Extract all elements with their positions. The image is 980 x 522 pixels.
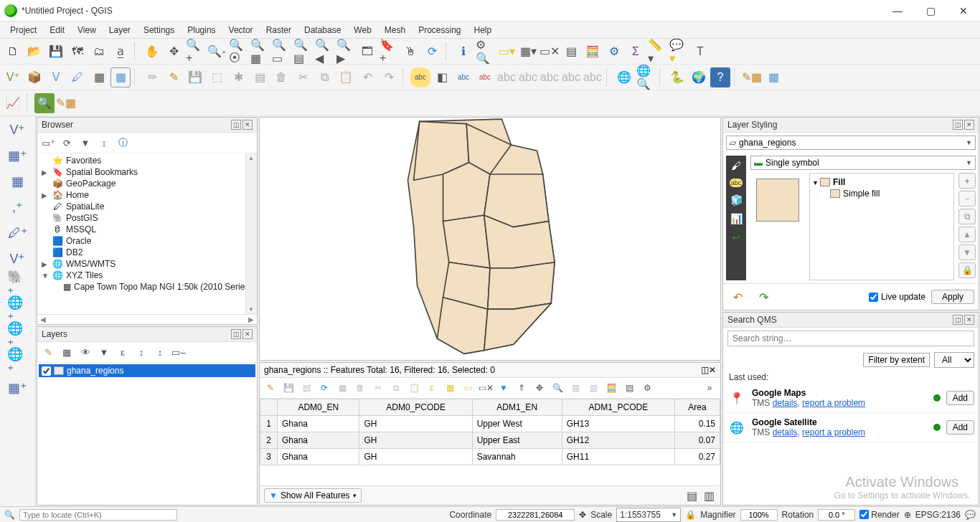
add-service-button[interactable]: Add	[946, 420, 974, 435]
label-move-icon[interactable]: abc	[518, 67, 538, 87]
extents-icon[interactable]: ✥	[579, 510, 586, 520]
label-prop-icon[interactable]: abc	[583, 67, 603, 87]
open-project-icon[interactable]: 📂	[24, 42, 44, 62]
col-adm0-en[interactable]: ADM0_EN	[278, 399, 359, 416]
symbol-tree[interactable]: ▾Fill Simple fill	[809, 173, 954, 280]
attr-cond-format-icon[interactable]: ▤	[621, 380, 637, 396]
col-adm1-en[interactable]: ADM1_EN	[472, 399, 562, 416]
abc-label-icon[interactable]: abc	[410, 67, 430, 87]
browser-item[interactable]: ▦Cape Town Topo Map NGI 1:50k (2010 Seri…	[40, 281, 242, 293]
browser-filter-icon[interactable]: ▼	[77, 135, 93, 151]
details-link[interactable]: details	[773, 398, 798, 408]
osm-icon[interactable]: 🌍	[689, 67, 709, 87]
col-adm0-pcode[interactable]: ADM0_PCODE	[359, 399, 472, 416]
styling-undo-icon[interactable]: ↶	[727, 287, 748, 307]
new-spatialite-icon[interactable]: 🖊	[67, 67, 88, 87]
rotation-input[interactable]	[818, 509, 855, 521]
attr-zoom-to-icon[interactable]: 🔍	[550, 380, 565, 396]
3d-tab-icon[interactable]: 🧊	[730, 194, 743, 206]
menu-web[interactable]: Web	[348, 24, 377, 37]
layer-row-ghana-regions[interactable]: ghana_regions	[39, 364, 255, 377]
qms-dock-icon[interactable]: ◫	[953, 315, 963, 325]
select-features-icon[interactable]: ▭▾	[496, 42, 517, 62]
add-wms-icon[interactable]: 🌐⁺	[7, 300, 29, 321]
crs-icon[interactable]: ⊕	[904, 510, 911, 520]
redo-icon[interactable]: ↷	[379, 67, 399, 87]
browser-dock-icon[interactable]: ◫	[231, 120, 241, 130]
add-vector-layer-icon[interactable]: V⁺	[7, 119, 29, 141]
browser-item[interactable]: 🟦Oracle	[40, 235, 242, 247]
maximize-button[interactable]: ▢	[914, 0, 947, 22]
attr-paste-icon[interactable]: 📋	[406, 380, 422, 396]
layers-style-icon[interactable]: ✎	[40, 344, 56, 360]
toolbox-icon[interactable]: ⚙	[604, 42, 624, 62]
magnifier-input[interactable]	[740, 509, 778, 521]
col-area[interactable]: Area	[674, 399, 720, 416]
attr-pan-to-icon[interactable]: ✥	[532, 380, 547, 396]
render-checkbox[interactable]: Render	[859, 510, 899, 520]
browser-add-icon[interactable]: ▭⁺	[40, 135, 56, 151]
delete-selected-icon[interactable]: 🗑	[271, 67, 291, 87]
details-link[interactable]: details	[773, 427, 798, 437]
menu-settings[interactable]: Settings	[138, 24, 180, 37]
attr-edit-icon[interactable]: ✎	[263, 380, 278, 396]
add-service-button[interactable]: Add	[946, 391, 974, 405]
remove-symbol-button[interactable]: －	[958, 191, 976, 207]
attr-dock-icon[interactable]: ◫	[701, 365, 709, 375]
symbology-tab-icon[interactable]: 🖌	[731, 160, 741, 171]
diagram-icon[interactable]: ◧	[432, 67, 452, 87]
show-all-features-button[interactable]: ▼ Show All Features ▾	[264, 488, 362, 503]
browser-scrollbar[interactable]	[245, 153, 257, 314]
browser-tree[interactable]: ⭐Favorites▶🔖Spatial Bookmarks📦GeoPackage…	[37, 153, 245, 314]
lock-icon[interactable]: 🔒	[685, 510, 696, 520]
layers-add-group-icon[interactable]: ▦	[59, 344, 75, 360]
map-tips-icon[interactable]: 💬▾	[669, 42, 689, 62]
cut-icon[interactable]: ✂	[293, 67, 313, 87]
label-change-icon[interactable]: abc	[561, 67, 581, 87]
layers-visibility-icon[interactable]: 👁	[77, 344, 93, 360]
browser-item[interactable]: 🖊SpatiaLite	[40, 201, 242, 212]
attr-copy-icon[interactable]: ⧉	[388, 380, 404, 396]
layers-expr-icon[interactable]: ε	[115, 344, 131, 360]
report-link[interactable]: report a problem	[802, 398, 865, 408]
menu-edit[interactable]: Edit	[44, 24, 70, 37]
epsg-label[interactable]: EPSG:2136	[915, 510, 961, 520]
attr-actions-icon[interactable]: ⚙	[639, 380, 655, 396]
lock-symbol-button[interactable]: ▲	[958, 227, 976, 242]
add-virtual-icon[interactable]: V⁺	[7, 248, 29, 270]
attr-saveedits-icon[interactable]: ▤	[298, 380, 314, 396]
pan-to-selection-icon[interactable]: ✥	[164, 42, 184, 62]
minimize-button[interactable]: —	[881, 0, 914, 22]
zoom-out-icon[interactable]: 🔍-	[207, 42, 227, 62]
form-view-icon[interactable]: ▥	[702, 488, 716, 503]
attr-deselect-icon[interactable]: ▭✕	[478, 380, 494, 396]
paste-icon[interactable]: 📋	[336, 67, 356, 87]
attr-addfeat-icon[interactable]: ▦	[334, 380, 350, 396]
label-tool-icon[interactable]: abc	[453, 67, 473, 87]
menu-view[interactable]: View	[72, 24, 102, 37]
browser-item[interactable]: 🟦DB2	[40, 247, 242, 258]
report-link[interactable]: report a problem	[802, 427, 865, 437]
browser-refresh-icon[interactable]: ⟳	[59, 135, 75, 151]
browser-close-icon[interactable]: ✕	[242, 120, 253, 130]
temporal-icon[interactable]: 🖱	[400, 42, 420, 62]
diagrams-tab-icon[interactable]: 📊	[730, 213, 743, 224]
attr-newcol-icon[interactable]: ▥	[567, 380, 583, 396]
menu-vector[interactable]: Vector	[223, 24, 259, 37]
menu-help[interactable]: Help	[468, 24, 498, 37]
toggle-editing-icon[interactable]: ✎	[164, 67, 184, 87]
menu-plugins[interactable]: Plugins	[182, 24, 221, 37]
menu-layer[interactable]: Layer	[103, 24, 136, 37]
zoom-native-icon[interactable]: 🔍⦿	[228, 42, 248, 62]
identify-icon[interactable]: ℹ	[453, 42, 473, 62]
quick-osm-icon[interactable]: 🔍	[34, 93, 55, 113]
attr-save-icon[interactable]: 💾	[281, 380, 296, 396]
styling-close-icon[interactable]: ✕	[964, 120, 974, 130]
undo-icon[interactable]: ↶	[357, 67, 377, 87]
new-bookmark-icon[interactable]: 🔖+	[379, 42, 399, 62]
labels-tab-icon[interactable]: abc	[730, 179, 743, 187]
add-raster-layer-icon[interactable]: ▦⁺	[7, 145, 29, 166]
add-mesh-layer-icon[interactable]: ▦	[7, 171, 29, 192]
add-xyz-icon[interactable]: ▦⁺	[7, 377, 29, 399]
pan-icon[interactable]: ✋	[142, 42, 162, 62]
